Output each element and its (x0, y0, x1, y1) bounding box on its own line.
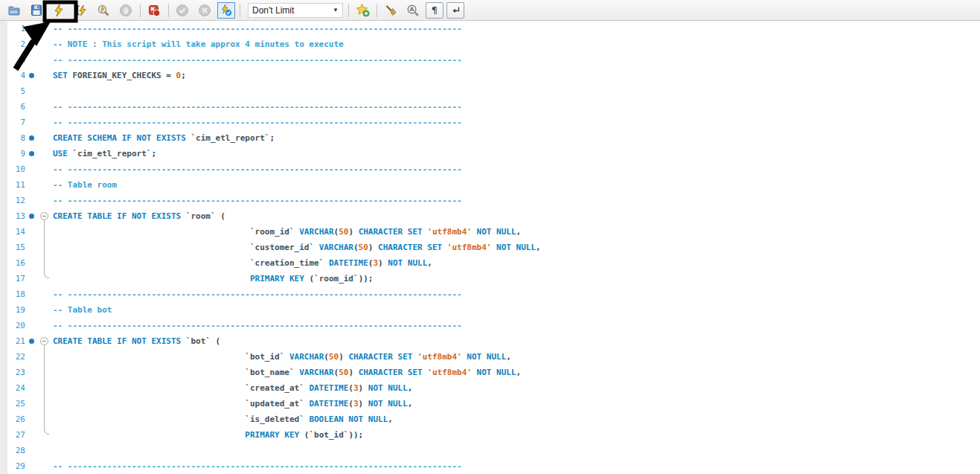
indentation (53, 383, 245, 393)
indentation (53, 274, 250, 284)
code-segment: -- -------------------------------------… (53, 102, 462, 112)
fold-collapse-icon[interactable] (40, 337, 48, 345)
code-segment: PRIMARY KEY (245, 430, 304, 440)
code-segment: `bot` (181, 336, 215, 346)
code-segment: VARCHAR (319, 243, 353, 252)
code-segment: -- NOTE : This script will take approx 4… (53, 39, 344, 49)
code-text: -- -------------------------------------… (53, 118, 980, 127)
code-text: -- -------------------------------------… (53, 461, 980, 471)
code-line: 17 PRIMARY KEY (`room_id`)); (0, 271, 980, 286)
code-line: 29-- -----------------------------------… (0, 458, 980, 474)
code-segment: -- -------------------------------------… (53, 118, 462, 127)
toggle-stop-on-error-button[interactable] (144, 1, 164, 19)
code-segment: 'utf8mb4' (417, 352, 462, 362)
broom-icon (384, 4, 397, 17)
execute-script-button[interactable] (49, 1, 68, 19)
explain-plan-button[interactable] (94, 1, 113, 19)
code-line: 24 `created_at` DATETIME(3) NOT NULL, (0, 380, 980, 396)
code-text: -- -------------------------------------… (53, 321, 980, 330)
code-segment: )); (348, 430, 363, 440)
stop-on-error-icon (147, 4, 161, 17)
row-limit-dropdown[interactable]: Don't Limit ▼ (248, 3, 343, 18)
code-segment: VARCHAR (299, 227, 333, 237)
execute-current-statement-button[interactable] (71, 1, 91, 19)
code-text: -- -------------------------------------… (53, 24, 980, 33)
commit-check-icon-disabled (176, 4, 189, 17)
toolbar-separator (377, 4, 377, 17)
code-segment: `room_id` (250, 227, 299, 237)
statement-marker-column (25, 151, 36, 156)
code-segment: `bot_id` (245, 352, 289, 362)
code-line: 15 `customer_id` VARCHAR(50) CHARACTER S… (0, 240, 980, 255)
star-plus-icon (356, 3, 370, 17)
code-text: `room_id` VARCHAR(50) CHARACTER SET 'utf… (53, 227, 980, 237)
code-segment: FOREIGN_KEY_CHECKS (68, 71, 166, 80)
code-line: 12-- -----------------------------------… (0, 193, 980, 208)
code-segment: ) (359, 399, 368, 409)
code-text: PRIMARY KEY (`room_id`)); (53, 274, 980, 284)
toggle-word-wrap-button[interactable] (446, 2, 464, 19)
code-segment: PRIMARY KEY (250, 274, 309, 284)
fold-guide-line (44, 345, 49, 435)
code-segment: CHARACTER SET (348, 352, 417, 362)
code-segment: 50 (339, 227, 348, 237)
code-segment: ) (339, 352, 348, 362)
sql-code-editor[interactable]: 1-- ------------------------------------… (0, 21, 980, 474)
execute-lightning-icon (52, 4, 65, 17)
code-segment: ) (378, 258, 388, 268)
code-segment: DATETIME (329, 258, 368, 268)
code-segment: CREATE TABLE IF NOT EXISTS (53, 211, 181, 221)
code-text: `creation_time` DATETIME(3) NOT NULL, (53, 258, 980, 268)
statement-bullet-icon (29, 135, 34, 141)
code-segment: USE (53, 149, 68, 158)
indentation (53, 352, 245, 362)
code-segment: ( (348, 399, 353, 409)
save-script-button[interactable] (27, 1, 46, 19)
code-line: 21CREATE TABLE IF NOT EXISTS `bot` ( (0, 333, 980, 349)
code-text: USE `cim_etl_report`; (53, 149, 980, 158)
code-text: `is_deleted` BOOLEAN NOT NULL, (53, 414, 980, 424)
indentation (53, 430, 245, 440)
pilcrow-icon: ¶ (432, 4, 438, 16)
code-line: 8CREATE SCHEMA IF NOT EXISTS `cim_etl_re… (0, 130, 980, 146)
open-script-button[interactable] (4, 1, 24, 19)
code-line: 10-- -----------------------------------… (0, 161, 980, 177)
code-segment: , (388, 414, 393, 424)
sql-editor-toolbar: Don't Limit ▼ A ¶ (0, 0, 980, 21)
code-line: 5 (0, 83, 980, 99)
code-line: 23 `bot_name` VARCHAR(50) CHARACTER SET … (0, 365, 980, 380)
find-magnifier-icon: A (406, 4, 420, 17)
code-text: -- -------------------------------------… (53, 102, 980, 112)
code-line: 11-- Table room (0, 177, 980, 193)
code-text: `customer_id` VARCHAR(50) CHARACTER SET … (53, 243, 980, 252)
code-segment: SET (53, 71, 68, 80)
code-segment: 3 (353, 383, 359, 393)
code-segment: ; (269, 133, 275, 143)
code-segment: -- -------------------------------------… (53, 164, 462, 174)
code-line: 22 `bot_id` VARCHAR(50) CHARACTER SET 'u… (0, 349, 980, 365)
fold-column (36, 337, 53, 345)
toggle-autocommit-button[interactable] (217, 2, 235, 19)
autocommit-lightning-check-icon (220, 4, 233, 17)
indentation (53, 227, 250, 237)
editor-left-margin (0, 21, 7, 474)
code-segment: `cim_etl_report` (186, 133, 270, 143)
code-segment: -- -------------------------------------… (53, 196, 462, 205)
find-panel-button[interactable]: A (403, 1, 423, 19)
code-line: 26 `is_deleted` BOOLEAN NOT NULL, (0, 411, 980, 427)
beautify-script-button[interactable] (381, 1, 400, 19)
show-invisible-characters-button[interactable]: ¶ (426, 2, 443, 19)
save-snippet-button[interactable] (353, 1, 372, 19)
code-segment: `customer_id` (250, 243, 319, 252)
code-segment: , (516, 227, 522, 237)
code-segment: NOT NULL (491, 243, 536, 252)
rollback-x-icon-disabled (198, 4, 211, 17)
code-line: 2-- NOTE : This script will take approx … (0, 36, 980, 52)
code-segment: -- -------------------------------------… (53, 289, 462, 299)
indentation (53, 243, 250, 252)
fold-column (36, 212, 53, 220)
code-segment: `room` (181, 211, 220, 221)
code-segment: , (427, 258, 432, 268)
fold-collapse-icon[interactable] (40, 212, 48, 220)
code-segment: -- -------------------------------------… (53, 321, 462, 330)
